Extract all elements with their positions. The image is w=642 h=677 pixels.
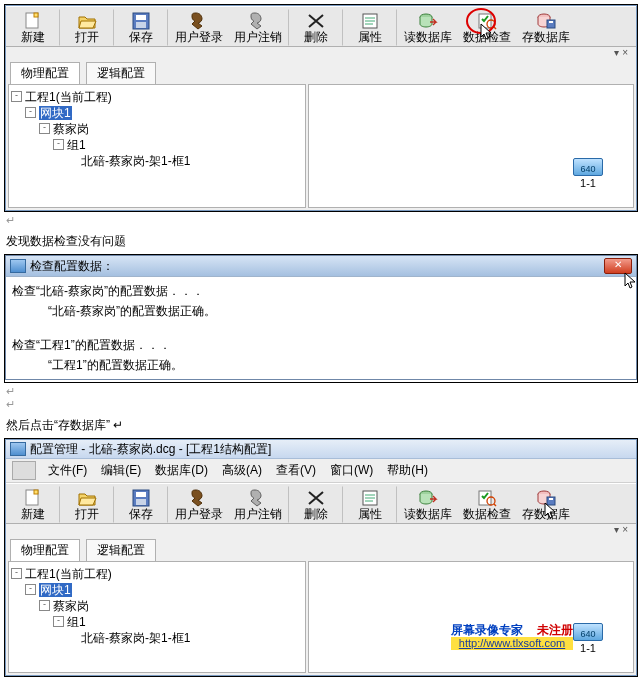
prop-button[interactable]: 属性 <box>345 9 397 46</box>
tree-net[interactable]: -网块1 -蔡家岗 -组1 北碚-蔡家岗-架1-框1 <box>25 105 303 169</box>
new-button[interactable]: 新建 <box>8 486 60 523</box>
pane-pin[interactable]: ▾ × <box>6 524 636 535</box>
logout-label: 用户注销 <box>234 31 282 43</box>
prop-icon <box>360 12 380 30</box>
open-icon <box>77 489 97 507</box>
login-button[interactable]: 用户登录 <box>170 486 228 523</box>
pane-pin[interactable]: ▾ × <box>6 47 636 58</box>
log-title-text: 检查配置数据： <box>30 258 114 275</box>
cursor-icon <box>544 502 558 520</box>
screenshot-log: 检查配置数据： ✕ 检查“北碚-蔡家岗”的配置数据．．． “北碚-蔡家岗”的配置… <box>4 254 638 383</box>
svg-line-12 <box>494 27 496 29</box>
logout-icon <box>248 489 268 507</box>
new-button[interactable]: 新建 <box>8 9 60 46</box>
device-pane: 屏幕录像专家未注册 http://www.tlxsoft.com 640 1-1 <box>308 561 634 673</box>
log-titlebar: 检查配置数据： ✕ <box>6 256 636 276</box>
device-icon[interactable]: 640 1-1 <box>573 158 603 189</box>
save-button[interactable]: 保存 <box>116 486 168 523</box>
collapse-icon[interactable]: - <box>53 139 64 150</box>
collapse-icon[interactable]: - <box>25 107 36 118</box>
device-chip-icon: 640 <box>573 158 603 176</box>
readdb-button[interactable]: 读数据库 <box>399 9 457 46</box>
menu-adv[interactable]: 高级(A) <box>216 461 268 480</box>
watermark: 屏幕录像专家未注册 http://www.tlxsoft.com <box>451 624 573 650</box>
menu-win[interactable]: 窗口(W) <box>324 461 379 480</box>
tree-root[interactable]: -工程1(当前工程) -网块1 -蔡家岗 -组1 北碚-蔡家岗-架1-框1 <box>11 89 303 169</box>
watermark-unreg: 未注册 <box>537 623 573 637</box>
collapse-icon[interactable]: - <box>11 91 22 102</box>
delete-button[interactable]: 删除 <box>291 486 343 523</box>
menu-file[interactable]: 文件(F) <box>42 461 93 480</box>
sysmenu-icon[interactable] <box>12 461 36 480</box>
readdb-button[interactable]: 读数据库 <box>399 486 457 523</box>
tree-pane: -工程1(当前工程) -网块1 -蔡家岗 -组1 北碚-蔡家岗-架1-框1 <box>8 561 306 673</box>
collapse-icon[interactable]: - <box>25 584 36 595</box>
log-line: “北碚-蔡家岗”的配置数据正确。 <box>12 301 630 321</box>
log-line: “工程1”的配置数据正确。 <box>12 355 630 375</box>
prop-button[interactable]: 属性 <box>345 486 397 523</box>
delete-label: 删除 <box>304 31 328 43</box>
tab-physical[interactable]: 物理配置 <box>10 539 80 561</box>
app-icon <box>10 442 26 456</box>
watermark-title: 屏幕录像专家 <box>451 623 523 637</box>
return-mark: ↵ <box>4 214 638 227</box>
tree-group[interactable]: -组1 北碚-蔡家岗-架1-框1 <box>53 614 303 646</box>
screenshot-2: 配置管理 - 北碚-蔡家岗.dcg - [工程1结构配置] 文件(F) 编辑(E… <box>4 438 638 677</box>
logout-icon <box>248 12 268 30</box>
svg-rect-19 <box>136 492 146 497</box>
check-button[interactable]: 数据检查 <box>458 486 516 523</box>
return-mark: ↵ <box>4 385 638 398</box>
collapse-icon[interactable]: - <box>39 600 50 611</box>
menu-view[interactable]: 查看(V) <box>270 461 322 480</box>
login-button[interactable]: 用户登录 <box>170 9 228 46</box>
tab-physical[interactable]: 物理配置 <box>10 62 80 84</box>
check-label: 数据检查 <box>463 508 511 520</box>
tree-site[interactable]: -蔡家岗 -组1 北碚-蔡家岗-架1-框1 <box>39 121 303 169</box>
collapse-icon[interactable]: - <box>39 123 50 134</box>
tree-root[interactable]: -工程1(当前工程) -网块1 -蔡家岗 -组1 北碚-蔡家岗-架1-框1 <box>11 566 303 646</box>
readdb-label: 读数据库 <box>404 508 452 520</box>
menu-db[interactable]: 数据库(D) <box>149 461 214 480</box>
save-icon <box>131 12 151 30</box>
tree-rack[interactable]: 北碚-蔡家岗-架1-框1 <box>67 630 303 646</box>
login-label: 用户登录 <box>175 31 223 43</box>
caption-1: 发现数据检查没有问题 <box>6 233 636 250</box>
delete-button[interactable]: 删除 <box>291 9 343 46</box>
savedb-button[interactable]: 存数据库 <box>517 9 575 46</box>
svg-rect-31 <box>549 498 553 500</box>
logout-button[interactable]: 用户注销 <box>229 486 289 523</box>
savedb-button[interactable]: 存数据库 <box>517 486 575 523</box>
check-icon <box>477 489 497 507</box>
open-icon <box>77 12 97 30</box>
menu-edit[interactable]: 编辑(E) <box>95 461 147 480</box>
open-button[interactable]: 打开 <box>62 486 114 523</box>
cursor-icon <box>624 272 638 290</box>
delete-icon <box>306 12 326 30</box>
tab-logical[interactable]: 逻辑配置 <box>86 62 156 84</box>
svg-rect-1 <box>34 13 38 17</box>
save-icon <box>131 489 151 507</box>
tab-logical[interactable]: 逻辑配置 <box>86 539 156 561</box>
menubar: 文件(F) 编辑(E) 数据库(D) 高级(A) 查看(V) 窗口(W) 帮助(… <box>6 459 636 483</box>
logout-button[interactable]: 用户注销 <box>229 9 289 46</box>
device-chip-icon: 640 <box>573 623 603 641</box>
open-label: 打开 <box>75 508 99 520</box>
menu-help[interactable]: 帮助(H) <box>381 461 434 480</box>
check-button[interactable]: 数据检查 <box>458 9 516 46</box>
open-button[interactable]: 打开 <box>62 9 114 46</box>
tree-net-label: 网块1 <box>39 583 72 597</box>
prop-label: 属性 <box>358 508 382 520</box>
new-icon <box>23 12 43 30</box>
tree-rack[interactable]: 北碚-蔡家岗-架1-框1 <box>67 153 303 169</box>
device-label: 1-1 <box>573 177 603 189</box>
tree-net[interactable]: -网块1 -蔡家岗 -组1 北碚-蔡家岗-架1-框1 <box>25 582 303 646</box>
collapse-icon[interactable]: - <box>53 616 64 627</box>
readdb-label: 读数据库 <box>404 31 452 43</box>
toolbar: 新建 打开 保存 用户登录 用户注销 删除 属性 读数据库 数据检查 存数据库 <box>6 483 636 524</box>
tree-group[interactable]: -组1 北碚-蔡家岗-架1-框1 <box>53 137 303 169</box>
readdb-icon <box>418 489 438 507</box>
collapse-icon[interactable]: - <box>11 568 22 579</box>
tree-site[interactable]: -蔡家岗 -组1 北碚-蔡家岗-架1-框1 <box>39 598 303 646</box>
save-button[interactable]: 保存 <box>116 9 168 46</box>
device-icon[interactable]: 640 1-1 <box>573 623 603 654</box>
